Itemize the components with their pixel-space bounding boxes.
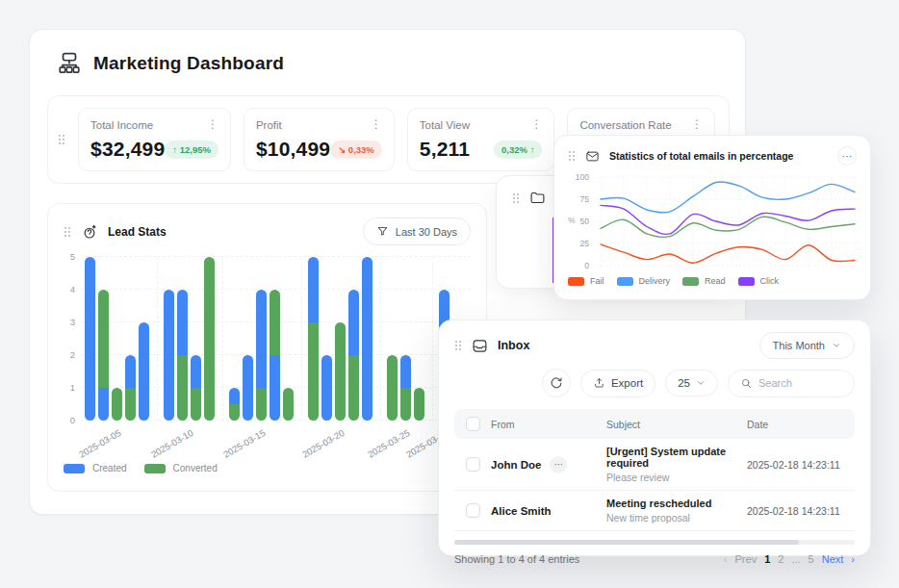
bar-segment-created xyxy=(85,257,95,421)
row-checkbox[interactable] xyxy=(466,503,480,518)
bar-segment-created xyxy=(308,257,319,322)
page-2[interactable]: 2 xyxy=(778,553,783,565)
stat-value: 5,211 xyxy=(420,138,470,161)
bar-segment-created xyxy=(98,388,109,421)
legend-item: Fail xyxy=(568,276,604,286)
column-header-from: From xyxy=(491,419,606,430)
kebab-menu-icon[interactable]: ⋮ xyxy=(207,119,218,129)
select-all-checkbox[interactable] xyxy=(466,417,480,431)
bar-segment-converted xyxy=(98,290,109,388)
panel-title: Statistics of total emails in percentage xyxy=(609,150,793,162)
period-value: This Month xyxy=(773,340,825,351)
bar-segment-created xyxy=(164,290,174,421)
prev-button[interactable]: Prev xyxy=(735,553,758,565)
legend-swatch xyxy=(64,464,85,473)
stat-card-profit: Profit ⋮ $10,499 ↘ 0,33% xyxy=(244,108,395,171)
stacked-bar xyxy=(270,290,280,421)
legend-item: Converted xyxy=(144,463,218,473)
stacked-bar xyxy=(85,257,95,421)
bar-gridline xyxy=(81,256,471,257)
scrollbar-thumb[interactable] xyxy=(454,540,799,545)
kebab-menu-icon[interactable]: ⋮ xyxy=(530,119,542,129)
bar-gridline-vertical xyxy=(157,257,158,421)
refresh-button[interactable] xyxy=(542,369,571,397)
bar-gridline-vertical xyxy=(432,257,433,421)
more-options-icon[interactable]: ⋯ xyxy=(837,146,857,166)
x-axis-label: 2025-03-15 xyxy=(220,427,267,460)
drag-handle[interactable] xyxy=(512,192,520,204)
filter-button[interactable]: Last 30 Days xyxy=(363,217,471,245)
line-series-click xyxy=(601,205,855,234)
email-subject: Meeting rescheduled xyxy=(606,498,747,509)
bar-segment-created xyxy=(362,257,372,421)
prev-arrow-icon[interactable]: ‹ xyxy=(724,553,728,565)
x-axis-label: 2025-03-05 xyxy=(76,427,122,460)
search-input[interactable] xyxy=(758,377,847,389)
kebab-menu-icon[interactable]: ⋮ xyxy=(371,119,382,129)
bar-segment-converted xyxy=(335,322,346,421)
period-dropdown[interactable]: This Month xyxy=(759,332,855,359)
page-size-dropdown[interactable]: 25 xyxy=(665,370,718,396)
drag-handle[interactable] xyxy=(454,340,462,351)
bar-segment-converted xyxy=(387,355,398,421)
kebab-menu-icon[interactable]: ⋮ xyxy=(691,119,703,129)
row-menu-icon[interactable]: ⋯ xyxy=(550,456,567,473)
stacked-bar xyxy=(191,355,201,421)
email-date: 2025-02-18 14:23:11 xyxy=(747,505,855,517)
dashboard-header: Marketing Dashboard xyxy=(30,30,745,76)
sender-name: John Doe xyxy=(491,459,541,471)
bar-segment-converted xyxy=(414,388,424,421)
bar-chart-plot xyxy=(81,257,471,421)
x-axis-label: 2025-03-20 xyxy=(299,427,346,460)
y-axis-tick: 100 xyxy=(576,172,589,182)
drag-handle[interactable] xyxy=(568,150,576,162)
bar-segment-created xyxy=(348,290,359,355)
bar-segment-converted xyxy=(204,257,215,421)
legend-label: Read xyxy=(705,276,726,286)
stacked-bar xyxy=(308,257,319,421)
legend-label: Delivery xyxy=(639,276,671,286)
line-series-fail xyxy=(601,244,855,263)
table-row[interactable]: Alice Smith Meeting rescheduled New time… xyxy=(454,491,855,531)
bar-segment-converted xyxy=(229,404,240,421)
legend-item: Read xyxy=(682,276,726,286)
card-title: Lead Stats xyxy=(108,225,167,239)
legend-label: Click xyxy=(760,276,780,286)
export-button[interactable]: Export xyxy=(580,370,655,397)
next-arrow-icon[interactable]: › xyxy=(851,553,855,565)
drag-handle[interactable] xyxy=(64,226,71,238)
page-5[interactable]: 5 xyxy=(809,553,814,565)
table-row[interactable]: John Doe ⋯ [Urgent] System update requir… xyxy=(454,439,855,491)
next-button[interactable]: Next xyxy=(822,553,844,565)
legend-label: Fail xyxy=(590,276,604,286)
bar-segment-converted xyxy=(256,388,267,421)
stacked-bar xyxy=(283,388,294,421)
page-1[interactable]: 1 xyxy=(764,553,770,565)
legend-item: Click xyxy=(738,276,780,286)
bar-gridline-vertical xyxy=(222,257,223,421)
email-preview: New time proposal xyxy=(606,512,747,524)
bar-segment-created xyxy=(177,290,188,355)
bar-segment-converted xyxy=(400,388,411,421)
panel-title: Inbox xyxy=(498,339,529,352)
bar-segment-created xyxy=(321,355,332,421)
x-axis-label: 2025-03-25 xyxy=(365,427,411,460)
stat-label: Total Income xyxy=(90,119,153,131)
legend-swatch xyxy=(568,277,584,286)
stacked-bar xyxy=(177,290,188,421)
stacked-bar xyxy=(335,322,346,421)
bar-segment-created xyxy=(256,290,267,388)
legend-item: Created xyxy=(64,463,127,473)
stacked-bar xyxy=(362,257,372,421)
row-checkbox[interactable] xyxy=(466,457,480,472)
y-axis-tick: 75 xyxy=(580,194,589,204)
bar-chart-y-axis: 012345 xyxy=(64,257,81,421)
bar-segment-converted xyxy=(270,290,280,355)
line-chart-legend: FailDeliveryReadClick xyxy=(568,276,857,286)
y-axis-tick: 50 xyxy=(580,217,589,226)
bar-segment-converted xyxy=(177,355,188,421)
drag-handle[interactable] xyxy=(58,134,65,145)
stat-value: $10,499 xyxy=(256,138,330,161)
bar-segment-created xyxy=(270,355,280,421)
stacked-bar xyxy=(164,290,174,421)
